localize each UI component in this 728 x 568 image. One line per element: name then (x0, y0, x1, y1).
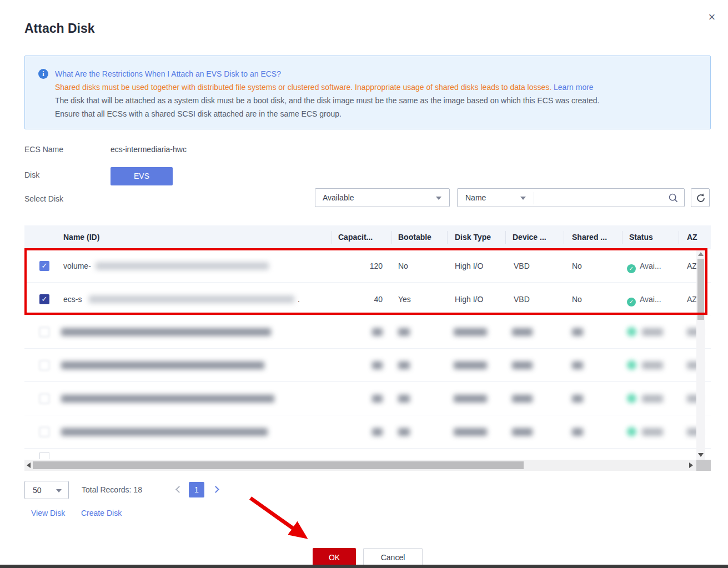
info-banner: i What Are the Restrictions When I Attac… (24, 56, 711, 129)
next-page-icon[interactable] (212, 486, 219, 493)
banner-note-1: The disk that will be attached as a syst… (55, 94, 700, 107)
ecs-name-value: ecs-intermediaria-hwc (111, 145, 187, 154)
banner-note-2: Ensure that all ECSs with a shared SCSI … (55, 107, 700, 120)
page-size-select[interactable]: 50 (24, 481, 69, 499)
learn-more-link[interactable]: Learn more (554, 83, 594, 92)
available-status-icon: ✓ (627, 298, 636, 306)
row-checkbox[interactable] (39, 327, 49, 337)
table-row-blurred[interactable] (24, 349, 711, 382)
col-status[interactable]: Status (629, 225, 653, 249)
search-input[interactable] (536, 189, 664, 206)
table-row-blurred[interactable] (24, 415, 711, 449)
ecs-name-label: ECS Name (24, 145, 63, 154)
vertical-scrollbar-thumb[interactable] (697, 259, 704, 320)
scroll-down-icon[interactable] (698, 453, 704, 457)
horizontal-scrollbar-thumb[interactable] (33, 461, 524, 469)
search-icon[interactable] (668, 193, 679, 205)
available-status-icon (627, 327, 636, 336)
vertical-scrollbar[interactable] (696, 249, 705, 460)
capacity-cell: 120 (332, 249, 383, 283)
row-checkbox-checked[interactable]: ✓ (39, 294, 49, 304)
refresh-icon (695, 193, 706, 204)
search-category-select[interactable]: Name (465, 193, 486, 202)
restrictions-link[interactable]: What Are the Restrictions When I Attach … (55, 69, 281, 78)
redacted-name (89, 295, 294, 303)
row-checkbox[interactable] (39, 427, 49, 437)
col-shared[interactable]: Shared ... (572, 225, 607, 249)
row-checkbox[interactable] (39, 394, 49, 404)
disk-name: ecs-s (63, 283, 82, 316)
available-status-icon (627, 360, 636, 370)
horizontal-scrollbar[interactable] (24, 460, 696, 471)
row-checkbox-checked[interactable]: ✓ (39, 261, 49, 271)
disk-name: volume- (63, 249, 91, 283)
available-status-icon (627, 394, 636, 403)
disk-type-cell: High I/O (455, 249, 483, 283)
chevron-down-icon (436, 197, 441, 200)
col-device[interactable]: Device ... (513, 225, 546, 249)
bootable-cell: Yes (398, 283, 411, 316)
table-header: Name (ID) Capacit... Bootable Disk Type … (24, 225, 711, 249)
close-icon[interactable]: × (705, 10, 719, 24)
page-title: Attach Disk (24, 21, 95, 36)
chevron-down-icon[interactable] (520, 197, 526, 200)
divider (534, 192, 534, 204)
scrollbar-corner (696, 460, 711, 471)
table-row-blurred[interactable] (24, 315, 711, 349)
col-bootable[interactable]: Bootable (398, 225, 431, 249)
status-cell: ✓Avai... (627, 249, 661, 283)
scroll-right-icon[interactable] (689, 463, 693, 468)
redacted-name (96, 262, 269, 270)
create-disk-link[interactable]: Create Disk (81, 509, 122, 517)
select-disk-label: Select Disk (24, 194, 63, 203)
status-cell: ✓Avai... (627, 283, 661, 316)
status-filter-select[interactable]: Available (315, 188, 450, 207)
scroll-up-icon[interactable] (698, 252, 704, 256)
refresh-button[interactable] (691, 188, 710, 207)
table-row-blurred[interactable] (24, 382, 711, 415)
shared-cell: No (572, 283, 582, 316)
az-cell: AZ (687, 249, 697, 283)
scroll-left-icon[interactable] (27, 463, 31, 468)
az-cell: AZ (687, 283, 697, 316)
name-suffix: . (298, 283, 300, 316)
available-status-icon (627, 427, 636, 436)
view-disk-link[interactable]: View Disk (31, 509, 65, 517)
shared-cell: No (572, 249, 582, 283)
table-row[interactable]: ✓ ecs-s . 40 Yes High I/O VBD No ✓Avai..… (24, 283, 711, 315)
disk-type-cell: High I/O (455, 283, 483, 316)
col-name[interactable]: Name (ID) (63, 225, 99, 249)
disk-label: Disk (24, 170, 39, 179)
attach-disk-dialog: Attach Disk × i What Are the Restriction… (0, 0, 728, 568)
chevron-down-icon (56, 489, 62, 492)
status-filter-value: Available (323, 193, 354, 202)
col-az[interactable]: AZ (687, 225, 697, 249)
col-capacity[interactable]: Capacit... (338, 225, 373, 249)
bootable-cell: No (398, 249, 408, 283)
table-row[interactable]: ✓ volume- 120 No High I/O VBD No ✓Avai..… (24, 249, 711, 283)
current-page-button[interactable]: 1 (189, 482, 204, 497)
row-checkbox[interactable] (39, 360, 49, 370)
col-disk-type[interactable]: Disk Type (455, 225, 491, 249)
total-records-label: Total Records: 18 (82, 485, 142, 494)
prev-page-icon[interactable] (175, 486, 183, 493)
cancel-button[interactable]: Cancel (363, 548, 423, 567)
device-type-cell: VBD (514, 249, 530, 283)
shared-disk-warning: Shared disks must be used together with … (55, 83, 551, 92)
row-checkbox[interactable] (39, 452, 49, 459)
capacity-cell: 40 (332, 283, 383, 316)
evs-tab-button[interactable]: EVS (111, 167, 173, 185)
info-icon: i (38, 69, 48, 79)
window-bottom-edge (0, 565, 728, 568)
page-size-value: 50 (33, 486, 42, 495)
available-status-icon: ✓ (627, 264, 636, 273)
device-type-cell: VBD (514, 283, 530, 316)
ok-button[interactable]: OK (313, 548, 356, 567)
search-combo: Name (457, 188, 685, 207)
